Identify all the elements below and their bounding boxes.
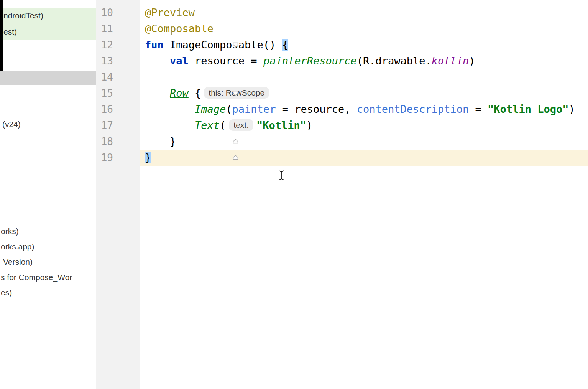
code-token xyxy=(145,119,195,131)
code-token: ) xyxy=(306,119,312,131)
code-token: ) xyxy=(469,55,475,67)
fold-up-icon[interactable] xyxy=(232,138,239,145)
code-token: ( xyxy=(220,119,226,131)
line-number[interactable]: 19 xyxy=(99,150,113,166)
fold-up-icon[interactable] xyxy=(232,154,239,161)
code-token xyxy=(145,55,170,67)
line-number[interactable]: 14 xyxy=(99,69,113,85)
code-line-14[interactable] xyxy=(140,69,588,85)
code-line-17[interactable]: Text(text:"Kotlin") xyxy=(140,117,588,134)
code-token: @Composable xyxy=(145,23,214,35)
line-number[interactable]: 12 xyxy=(99,37,113,53)
panel-edge-strip xyxy=(0,0,3,71)
code-token: } xyxy=(145,135,176,147)
code-token: ) xyxy=(568,103,575,115)
code-token: contentDescription xyxy=(357,103,469,115)
line-number[interactable]: 15 xyxy=(99,85,113,101)
tree-item-compose-wor[interactable]: s for Compose_Wor xyxy=(0,270,97,285)
code-token xyxy=(145,103,195,115)
code-token xyxy=(145,87,170,99)
tree-item-es[interactable]: es) xyxy=(0,285,97,300)
code-token: ( xyxy=(226,103,232,115)
code-token: val xyxy=(170,55,189,67)
tree-item-v24[interactable]: (v24) xyxy=(0,117,97,132)
code-token: ImageComposable() xyxy=(164,39,282,51)
fold-down-icon[interactable] xyxy=(232,41,239,48)
line-number[interactable]: 18 xyxy=(99,134,113,150)
code-token: "Kotlin Logo" xyxy=(488,103,568,115)
line-number[interactable]: 11 xyxy=(99,21,113,37)
tree-item-test[interactable]: est) xyxy=(0,24,97,40)
tree-item-androidtest[interactable]: ndroidTest) xyxy=(0,8,97,24)
code-editor[interactable]: @Preview @Composable fun ImageComposable… xyxy=(140,0,588,389)
code-token: "Kotlin" xyxy=(256,119,306,131)
line-number[interactable]: 16 xyxy=(99,101,113,117)
tree-item-works-app[interactable]: orks.app) xyxy=(0,239,97,254)
code-token: { xyxy=(282,39,288,51)
code-token: { xyxy=(189,87,201,99)
text-cursor-pointer xyxy=(278,170,285,181)
code-line-19[interactable]: } xyxy=(140,150,588,166)
code-token: @Preview xyxy=(145,7,195,18)
code-line-16[interactable]: Image(painter = resource, contentDescrip… xyxy=(140,101,588,117)
line-number[interactable]: 13 xyxy=(99,53,113,69)
tree-item-version[interactable]: Version) xyxy=(0,254,97,270)
code-line-18[interactable]: } xyxy=(140,134,588,150)
inlay-hint: text: xyxy=(229,119,253,131)
code-line-12[interactable]: fun ImageComposable() { xyxy=(140,37,588,53)
code-line-13[interactable]: val resource = painterResource(R.drawabl… xyxy=(140,53,588,69)
line-number[interactable]: 17 xyxy=(99,117,113,134)
code-token: resource = xyxy=(189,55,263,67)
code-token: kotlin xyxy=(432,55,469,67)
ide-screen: ndroidTest) est) (v24) orks) orks.app) V… xyxy=(0,0,588,389)
fold-down-icon[interactable] xyxy=(232,90,239,96)
editor-gutter[interactable]: 10 11 12 13 14 15 16 17 18 19 ⚙ xyxy=(96,0,140,389)
tree-item-selected[interactable] xyxy=(0,71,96,85)
code-token: = xyxy=(469,103,488,115)
code-token: Text xyxy=(195,119,220,131)
code-token: painterResource xyxy=(263,55,357,67)
code-token: Image xyxy=(195,103,226,115)
code-line-10[interactable]: @Preview xyxy=(140,5,588,21)
line-number[interactable]: 10 xyxy=(99,5,113,21)
code-token: = resource, xyxy=(276,103,356,115)
code-line-15[interactable]: Row {this: RowScope xyxy=(140,85,588,101)
code-line-11[interactable]: @Composable xyxy=(140,21,588,37)
code-token: fun xyxy=(145,39,164,51)
code-token: painter xyxy=(232,103,276,115)
code-token: } xyxy=(145,152,151,163)
project-tree-panel: ndroidTest) est) (v24) orks) orks.app) V… xyxy=(0,0,97,389)
code-token: (R.drawable. xyxy=(357,55,432,67)
code-token: Row xyxy=(170,87,189,99)
tree-item-works[interactable]: orks) xyxy=(0,224,97,239)
